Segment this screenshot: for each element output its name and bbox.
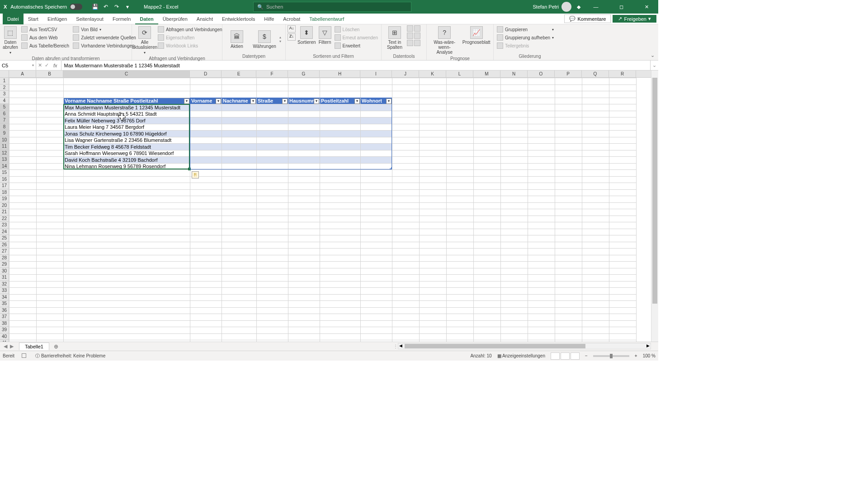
row-header-34[interactable]: 34 [0, 294, 9, 301]
table2-cell[interactable] [361, 124, 392, 131]
sort-button[interactable]: ⬍ Sortieren [297, 25, 317, 46]
chevron-down-icon[interactable]: ▾ [32, 63, 34, 67]
tab-überprüfen[interactable]: Überprüfen [158, 14, 192, 24]
filter-dropdown-icon[interactable]: ▾ [184, 99, 189, 104]
filter-dropdown-icon[interactable]: ▾ [354, 99, 360, 104]
row-header-22[interactable]: 22 [0, 216, 9, 222]
from-text-csv-button[interactable]: Aus Text/CSV [20, 25, 71, 33]
row-header-9[interactable]: 9 [0, 130, 9, 137]
maximize-button[interactable]: ◻ [611, 0, 631, 14]
tab-formeln[interactable]: Formeln [108, 14, 135, 24]
table2-cell[interactable] [361, 111, 392, 117]
row-header-17[interactable]: 17 [0, 183, 9, 189]
table1-row[interactable]: David Koch Bachstraße 4 32109 Bachdorf [64, 157, 190, 164]
col-header-P[interactable]: P [555, 70, 582, 77]
consolidate-icon[interactable] [414, 33, 420, 39]
row-header-16[interactable]: 16 [0, 176, 9, 183]
filter-dropdown-icon[interactable]: ▾ [216, 99, 221, 104]
row-header-38[interactable]: 38 [0, 320, 9, 327]
col-header-R[interactable]: R [609, 70, 636, 77]
minimize-button[interactable]: — [586, 0, 606, 14]
chevron-up-icon[interactable]: ▴ [279, 35, 281, 39]
row-header-40[interactable]: 40 [0, 333, 9, 340]
next-sheet-icon[interactable]: ▶ [10, 343, 14, 349]
table2-cell[interactable] [190, 163, 222, 170]
col-header-O[interactable]: O [528, 70, 555, 77]
table2-cell[interactable] [257, 117, 288, 124]
currencies-button[interactable]: $ Währungen [250, 29, 278, 50]
table1-row[interactable]: Laura Meier Hang 7 34567 Bergdorf [64, 124, 190, 131]
row-header-26[interactable]: 26 [0, 242, 9, 249]
redo-icon[interactable]: ↷ [113, 3, 120, 10]
filter-dropdown-icon[interactable]: ▾ [250, 99, 256, 104]
table2-cell[interactable] [257, 104, 288, 111]
table2-cell[interactable] [288, 150, 320, 157]
row-header-10[interactable]: 10 [0, 137, 9, 144]
table2-cell[interactable] [288, 131, 320, 137]
col-header-M[interactable]: M [473, 70, 500, 77]
table2-cell[interactable] [257, 157, 288, 164]
table2-cell[interactable] [257, 150, 288, 157]
table2-cell[interactable] [361, 163, 392, 170]
fx-icon[interactable]: fx [53, 63, 57, 68]
from-web-button[interactable]: Aus dem Web [20, 33, 71, 42]
table2-cell[interactable] [190, 111, 222, 117]
row-header-11[interactable]: 11 [0, 143, 9, 150]
col-header-I[interactable]: I [360, 70, 392, 77]
table2-cell[interactable] [361, 150, 392, 157]
table2-cell[interactable] [257, 163, 288, 170]
table2-cell[interactable] [320, 124, 361, 131]
col-header-K[interactable]: K [419, 70, 446, 77]
row-header-19[interactable]: 19 [0, 196, 9, 202]
enter-icon[interactable]: ✓ [45, 62, 49, 68]
row-header-15[interactable]: 15 [0, 169, 9, 176]
collapse-ribbon-icon[interactable]: ⌄ [651, 52, 655, 58]
table2-cell[interactable] [320, 104, 361, 111]
table2-cell[interactable] [190, 144, 222, 150]
row-header-21[interactable]: 21 [0, 209, 9, 216]
horizontal-scrollbar[interactable]: ◀ ▶ [398, 343, 651, 349]
scrollbar-thumb[interactable] [652, 78, 657, 304]
ungroup-button[interactable]: Gruppierung aufheben▾ [495, 33, 555, 42]
filter-dropdown-icon[interactable]: ▾ [282, 99, 288, 104]
row-header-5[interactable]: 5 [0, 104, 9, 111]
user-account[interactable]: Stefan Petri [533, 2, 571, 12]
row-header-18[interactable]: 18 [0, 189, 9, 196]
row-header-12[interactable]: 12 [0, 150, 9, 157]
qat-dropdown-icon[interactable]: ▾ [124, 3, 131, 10]
table2-cell[interactable] [257, 137, 288, 144]
table2-cell[interactable] [190, 137, 222, 144]
table2-cell[interactable] [288, 137, 320, 144]
zoom-in-button[interactable]: + [635, 353, 637, 358]
search-input[interactable]: 🔍 Suchen [253, 2, 411, 12]
table2-cell[interactable] [222, 137, 257, 144]
tab-daten[interactable]: Daten [135, 14, 158, 24]
get-data-button[interactable]: ⬚ Daten abrufen ▾ [2, 25, 19, 56]
table2-cell[interactable] [222, 131, 257, 137]
row-header-35[interactable]: 35 [0, 300, 9, 307]
normal-view-button[interactable] [551, 352, 560, 360]
col-header-J[interactable]: J [392, 70, 419, 77]
chevron-down-icon[interactable]: ▾ [279, 39, 281, 43]
table2-cell[interactable] [320, 131, 361, 137]
table2-cell[interactable] [288, 124, 320, 131]
row-header-6[interactable]: 6 [0, 111, 9, 117]
table2-cell[interactable] [190, 104, 222, 111]
prev-sheet-icon[interactable]: ◀ [4, 343, 7, 349]
table2-cell[interactable] [288, 117, 320, 124]
refresh-all-button[interactable]: ⟳ Alle aktualisieren ▾ [134, 25, 156, 56]
row-header-29[interactable]: 29 [0, 261, 9, 268]
close-button[interactable]: ✕ [637, 0, 656, 14]
table-resize-handle[interactable] [390, 167, 392, 169]
group-button[interactable]: Gruppieren▾ [495, 25, 555, 33]
row-header-3[interactable]: 3 [0, 91, 9, 98]
table2-cell[interactable] [190, 124, 222, 131]
col-header-B[interactable]: B [36, 70, 63, 77]
table1-row[interactable]: Max Mustermann Musterstraße 1 12345 Must… [64, 104, 190, 111]
row-headers[interactable]: 1234567891011121314151617181920212223242… [0, 78, 9, 342]
sort-az-icon[interactable]: A↓ [288, 25, 296, 33]
table2-header-nachname[interactable]: Nachname▾ [222, 98, 257, 104]
row-header-25[interactable]: 25 [0, 235, 9, 242]
tab-hilfe[interactable]: Hilfe [259, 14, 278, 24]
vertical-scrollbar[interactable] [651, 70, 658, 342]
